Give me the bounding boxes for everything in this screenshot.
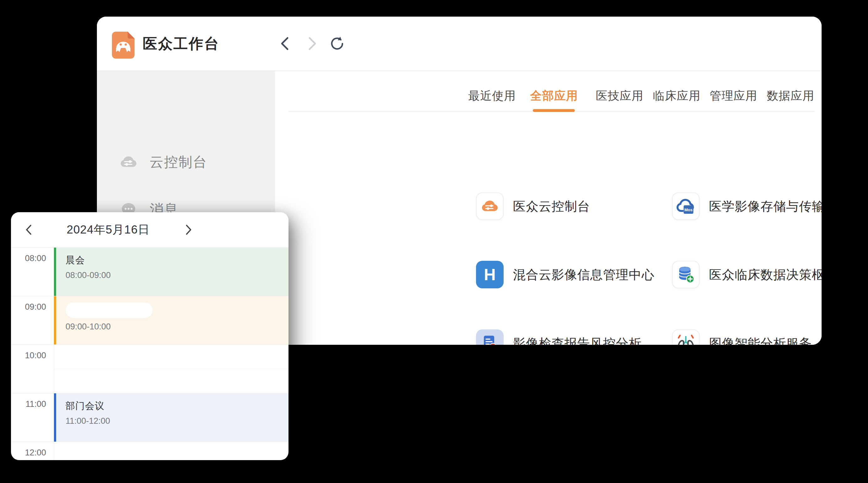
back-button[interactable] (278, 36, 293, 51)
tab-3[interactable]: 医技应用 (596, 87, 643, 105)
app-tile[interactable]: Mos医学影像存储与传输管理 (672, 192, 822, 220)
tab-6[interactable]: 数据应用 (767, 87, 814, 105)
database-plus-icon (672, 261, 700, 288)
chevron-right-icon[interactable] (181, 223, 195, 237)
calendar-header: 2024年5月16日 (11, 212, 288, 247)
event-title: 晨会 (66, 254, 288, 267)
tab-4[interactable]: 临床应用 (653, 87, 700, 105)
svg-text:Mos: Mos (685, 207, 693, 212)
hour-gridline (11, 345, 288, 345)
svg-text:!: ! (492, 345, 494, 345)
report-risk-icon: ! (476, 329, 504, 345)
calendar-event-3[interactable]: 部门会议11:00-12:00 (54, 393, 288, 442)
app-tile[interactable]: 医众临床数据决策枢纽 (672, 261, 822, 288)
calendar-panel: 2024年5月16日 08:0009:0010:0011:0012:00晨会08… (11, 212, 288, 460)
content-area: 最近使用全部应用医技应用临床应用管理应用数据应用医疗质量 医众云控制台 Mos医… (275, 71, 822, 345)
tab-2[interactable]: 全部应用 (530, 87, 577, 105)
event-time: 09:00-10:00 (66, 322, 288, 332)
event-color-bar (54, 296, 56, 345)
time-label: 12:00 (11, 448, 46, 458)
event-color-bar (54, 393, 56, 442)
calendar-event-2[interactable]: 09:00-10:00 (54, 296, 288, 345)
event-title-redacted (66, 302, 153, 318)
forward-button[interactable] (304, 36, 319, 51)
cloud-console-icon (120, 153, 138, 171)
title-bar: 医众工作台 (97, 17, 822, 70)
time-label: 09:00 (11, 302, 46, 312)
app-tile-label: 医学影像存储与传输管理 (709, 198, 822, 215)
sidebar-item-label: 云控制台 (150, 153, 207, 171)
sidebar-item-1[interactable]: 云控制台 (120, 149, 254, 175)
cloud-mos-icon: Mos (672, 192, 700, 220)
app-tile[interactable]: !影像检查报告风控分析 (476, 329, 642, 345)
hour-gridline (11, 442, 288, 442)
app-tile[interactable]: H混合云影像信息管理中心 (476, 261, 654, 288)
calendar-event-1[interactable]: 晨会08:00-09:00 (54, 248, 288, 296)
screenshot-stage: 医众工作台 云控制台 消息 日历 最近使用全部应用医技应用临床应用管理应用数据应… (0, 0, 868, 483)
time-label: 11:00 (11, 399, 46, 409)
app-tile-label: 影像检查报告风控分析 (513, 335, 642, 345)
refresh-button[interactable] (330, 36, 345, 51)
app-tile-label: 医众临床数据决策枢纽 (709, 266, 822, 283)
app-tile-label: 图像智能分析服务 (709, 335, 812, 345)
app-tile-label: 混合云影像信息管理中心 (513, 266, 654, 283)
time-label: 08:00 (11, 254, 46, 263)
app-tile-label: 医众云控制台 (513, 198, 590, 215)
half-hour-gridline (54, 368, 288, 369)
calendar-day-grid: 08:0009:0010:0011:0012:00晨会08:00-09:0009… (11, 247, 288, 460)
event-time: 08:00-09:00 (66, 270, 288, 280)
app-title: 医众工作台 (143, 17, 219, 70)
h-letter-icon: H (476, 261, 504, 288)
chevron-left-icon[interactable] (22, 223, 36, 237)
tab-1[interactable]: 最近使用 (468, 87, 515, 105)
app-logo-icon (112, 32, 134, 59)
event-title: 部门会议 (66, 399, 288, 413)
event-time: 11:00-12:00 (66, 416, 288, 426)
lungs-icon (672, 329, 700, 345)
cloud-sliders-icon (476, 192, 504, 220)
event-color-bar (54, 248, 56, 296)
time-label: 10:00 (11, 351, 46, 360)
tab-5[interactable]: 管理应用 (710, 87, 757, 105)
calendar-date-title: 2024年5月16日 (42, 212, 174, 247)
app-tile[interactable]: 医众云控制台 (476, 192, 590, 220)
app-tile[interactable]: 图像智能分析服务 (672, 329, 812, 345)
